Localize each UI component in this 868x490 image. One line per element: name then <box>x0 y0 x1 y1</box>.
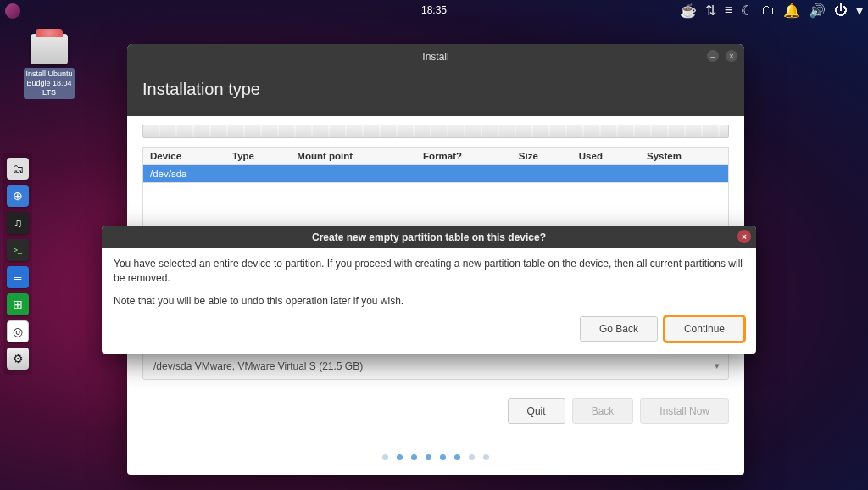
desktop-installer-icon[interactable]: Install Ubuntu Budgie 18.04 LTS <box>24 34 75 99</box>
dock-files[interactable]: 🗂 <box>7 158 29 180</box>
page-heading: Installation type <box>142 80 729 99</box>
continue-button[interactable]: Continue <box>665 316 744 342</box>
volume-icon[interactable]: 🔊 <box>809 3 826 19</box>
window-title: Install <box>422 51 448 63</box>
dot <box>483 454 489 460</box>
power-icon[interactable]: ⏻ <box>834 3 848 18</box>
dialog-title: Create new empty partition table on this… <box>102 226 756 248</box>
night-icon[interactable]: ☾ <box>741 3 753 19</box>
dot <box>440 454 446 460</box>
dialog-title-text: Create new empty partition table on this… <box>312 231 546 243</box>
dialog-close-button[interactable]: × <box>737 230 751 243</box>
dock-browser[interactable]: ◎ <box>7 320 29 342</box>
folder-icon[interactable]: 🗀 <box>761 3 775 18</box>
dot <box>411 454 417 460</box>
dock-music[interactable]: ♫ <box>7 212 29 234</box>
dock: 🗂 ⊕ ♫ >_ ≣ ⊞ ◎ ⚙ <box>3 153 32 375</box>
col-size[interactable]: Size <box>512 148 572 165</box>
col-format[interactable]: Format? <box>416 148 512 165</box>
dock-text-editor[interactable]: ≣ <box>7 266 29 288</box>
dot-current <box>454 454 460 460</box>
installer-glyph <box>31 34 68 64</box>
close-button[interactable]: × <box>726 50 737 62</box>
confirm-dialog: Create new empty partition table on this… <box>102 226 756 354</box>
dot <box>426 454 431 460</box>
dot <box>382 454 388 460</box>
window-header: Installation type <box>127 70 744 116</box>
notification-icon[interactable]: 🔔 <box>783 3 800 19</box>
dot <box>469 454 475 460</box>
dialog-text-2: Note that you will be able to undo this … <box>114 294 744 309</box>
device-cell: /dev/sda <box>143 165 729 183</box>
col-used[interactable]: Used <box>572 148 640 165</box>
col-mountpoint[interactable]: Mount point <box>290 148 416 165</box>
system-tray: ☕ ⇅ ≡ ☾ 🗀 🔔 🔊 ⏻ ▾ <box>680 0 863 20</box>
coffee-icon[interactable]: ☕ <box>680 3 697 19</box>
network-icon[interactable]: ⇅ <box>705 3 716 19</box>
boot-device-select[interactable]: /dev/sda VMware, VMware Virtual S (21.5 … <box>142 353 729 380</box>
progress-dots <box>127 454 744 460</box>
quit-button[interactable]: Quit <box>508 398 565 424</box>
col-system[interactable]: System <box>640 148 728 165</box>
chevron-down-icon[interactable]: ▾ <box>856 3 863 19</box>
menu-icon[interactable]: ≡ <box>725 3 732 18</box>
window-titlebar: Install – × <box>127 44 744 70</box>
dock-spreadsheet[interactable]: ⊞ <box>7 293 29 315</box>
dock-installer[interactable]: ⚙ <box>7 348 29 370</box>
clock: 18:35 <box>421 4 447 16</box>
desktop-icon-label: Install Ubuntu Budgie 18.04 LTS <box>24 68 75 99</box>
partition-table[interactable]: Device Type Mount point Format? Size Use… <box>142 147 729 183</box>
dot <box>397 454 403 460</box>
col-device[interactable]: Device <box>143 148 225 165</box>
go-back-button[interactable]: Go Back <box>580 316 658 342</box>
col-type[interactable]: Type <box>225 148 290 165</box>
dialog-text-1: You have selected an entire device to pa… <box>114 257 744 286</box>
partition-chart <box>142 125 729 138</box>
table-row[interactable]: /dev/sda <box>143 165 729 183</box>
boot-device-value: /dev/sda VMware, VMware Virtual S (21.5 … <box>153 360 363 372</box>
install-now-button: Install Now <box>640 398 729 424</box>
footer-buttons: Quit Back Install Now <box>142 398 729 424</box>
minimize-button[interactable]: – <box>707 50 719 62</box>
back-button: Back <box>572 398 634 424</box>
dock-web[interactable]: ⊕ <box>7 185 29 207</box>
dock-terminal[interactable]: >_ <box>7 239 29 261</box>
